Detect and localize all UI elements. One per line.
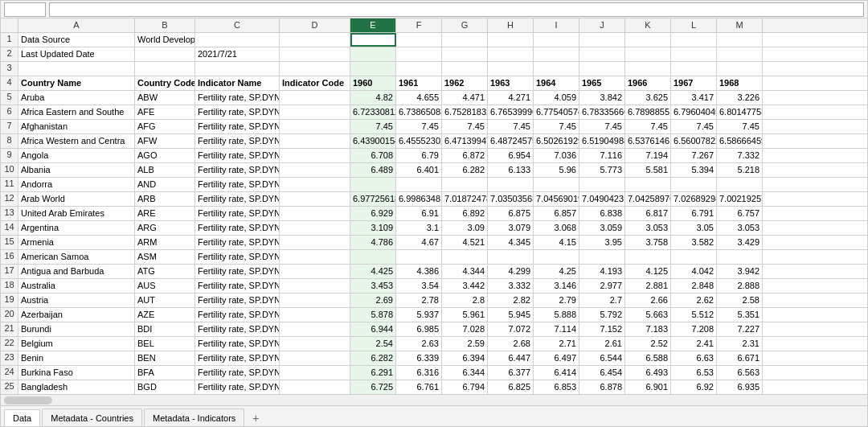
cell-g-18[interactable]: 3.442 bbox=[442, 279, 488, 293]
cell-f-15[interactable]: 4.67 bbox=[396, 236, 442, 249]
cell-h-12[interactable]: 7.03503563 bbox=[488, 192, 534, 206]
cell-k-20[interactable]: 5.663 bbox=[625, 308, 671, 322]
cell-c-14[interactable]: Fertility rate, SP.DYN.TFRT.I bbox=[195, 221, 280, 235]
col-header-a[interactable]: A bbox=[18, 18, 135, 32]
cell-l-17[interactable]: 4.042 bbox=[671, 265, 717, 278]
cell-h-9[interactable]: 6.954 bbox=[488, 149, 534, 162]
cell-k-11[interactable] bbox=[625, 178, 671, 191]
cell-h-3[interactable] bbox=[488, 62, 534, 76]
cell-e-3[interactable] bbox=[350, 62, 396, 76]
cell-h-11[interactable] bbox=[488, 178, 534, 191]
cell-a-12[interactable]: Arab World bbox=[18, 192, 135, 206]
cell-i-18[interactable]: 3.146 bbox=[534, 279, 579, 293]
cell-c-2[interactable]: 2021/7/21 bbox=[195, 47, 280, 61]
cell-d-5[interactable] bbox=[280, 91, 350, 105]
cell-m-21[interactable]: 7.227 bbox=[717, 322, 763, 336]
cell-g-1[interactable] bbox=[442, 33, 488, 47]
cell-k-5[interactable]: 3.625 bbox=[625, 91, 671, 105]
cell-b-4[interactable]: Country Code bbox=[135, 76, 195, 90]
h-scroll-thumb[interactable] bbox=[4, 396, 52, 404]
cell-f-9[interactable]: 6.79 bbox=[396, 149, 442, 162]
cell-d-2[interactable] bbox=[280, 47, 350, 61]
cell-g-4[interactable]: 1962 bbox=[442, 76, 488, 90]
cell-l-12[interactable]: 7.02689298 bbox=[671, 192, 717, 206]
cell-a-3[interactable] bbox=[18, 62, 135, 76]
cell-k-14[interactable]: 3.053 bbox=[625, 221, 671, 235]
cell-l-9[interactable]: 7.267 bbox=[671, 149, 717, 162]
cell-g-25[interactable]: 6.794 bbox=[442, 380, 488, 394]
cell-h-15[interactable]: 4.345 bbox=[488, 236, 534, 249]
cell-e-17[interactable]: 4.425 bbox=[350, 265, 396, 278]
cell-b-11[interactable]: AND bbox=[135, 178, 195, 191]
cell-a-6[interactable]: Africa Eastern and Southe bbox=[18, 105, 135, 119]
cell-e-12[interactable]: 6.97725618 bbox=[350, 192, 396, 206]
cell-b-8[interactable]: AFW bbox=[135, 134, 195, 148]
cell-i-20[interactable]: 5.888 bbox=[534, 308, 579, 322]
cell-k-3[interactable] bbox=[625, 62, 671, 76]
cell-a-15[interactable]: Armenia bbox=[18, 236, 135, 249]
cell-l-16[interactable] bbox=[671, 250, 717, 264]
horizontal-scrollbar[interactable] bbox=[1, 394, 867, 405]
cell-j-10[interactable]: 5.773 bbox=[579, 163, 625, 177]
cell-j-7[interactable]: 7.45 bbox=[579, 120, 625, 133]
cell-a-23[interactable]: Benin bbox=[18, 351, 135, 365]
cell-m-6[interactable]: 6.80147753 bbox=[717, 105, 763, 119]
cell-k-16[interactable] bbox=[625, 250, 671, 264]
cell-f-11[interactable] bbox=[396, 178, 442, 191]
cell-b-20[interactable]: AZE bbox=[135, 308, 195, 322]
cell-m-1[interactable] bbox=[717, 33, 763, 47]
cell-c-24[interactable]: Fertility rate, SP.DYN.TFRT.I bbox=[195, 366, 280, 380]
cell-f-20[interactable]: 5.937 bbox=[396, 308, 442, 322]
cell-d-4[interactable]: Indicator Code bbox=[280, 76, 350, 90]
cell-e-13[interactable]: 6.929 bbox=[350, 207, 396, 220]
cell-i-5[interactable]: 4.059 bbox=[534, 91, 579, 105]
cell-i-8[interactable]: 6.50261929 bbox=[534, 134, 579, 148]
cell-j-16[interactable] bbox=[579, 250, 625, 264]
cell-f-23[interactable]: 6.339 bbox=[396, 351, 442, 365]
cell-d-15[interactable] bbox=[280, 236, 350, 249]
cell-b-16[interactable]: ASM bbox=[135, 250, 195, 264]
cell-m-10[interactable]: 5.218 bbox=[717, 163, 763, 177]
cell-d-16[interactable] bbox=[280, 250, 350, 264]
cell-k-13[interactable]: 6.817 bbox=[625, 207, 671, 220]
cell-k-6[interactable]: 6.7898855 bbox=[625, 105, 671, 119]
cell-j-20[interactable]: 5.792 bbox=[579, 308, 625, 322]
cell-j-13[interactable]: 6.838 bbox=[579, 207, 625, 220]
cell-d-20[interactable] bbox=[280, 308, 350, 322]
cell-g-14[interactable]: 3.09 bbox=[442, 221, 488, 235]
cell-h-17[interactable]: 4.299 bbox=[488, 265, 534, 278]
cell-d-1[interactable] bbox=[280, 33, 350, 47]
cell-g-16[interactable] bbox=[442, 250, 488, 264]
cell-c-22[interactable]: Fertility rate, SP.DYN.TFRT.I bbox=[195, 337, 280, 351]
cell-k-10[interactable]: 5.581 bbox=[625, 163, 671, 177]
cell-j-25[interactable]: 6.878 bbox=[579, 380, 625, 394]
cell-l-20[interactable]: 5.512 bbox=[671, 308, 717, 322]
cell-k-15[interactable]: 3.758 bbox=[625, 236, 671, 249]
cell-h-25[interactable]: 6.825 bbox=[488, 380, 534, 394]
cell-d-19[interactable] bbox=[280, 294, 350, 307]
cell-f-10[interactable]: 6.401 bbox=[396, 163, 442, 177]
cell-m-9[interactable]: 7.332 bbox=[717, 149, 763, 162]
cell-i-22[interactable]: 2.71 bbox=[534, 337, 579, 351]
cell-a-22[interactable]: Belgium bbox=[18, 337, 135, 351]
cell-f-21[interactable]: 6.985 bbox=[396, 322, 442, 336]
cell-a-7[interactable]: Afghanistan bbox=[18, 120, 135, 133]
cell-f-17[interactable]: 4.386 bbox=[396, 265, 442, 278]
cell-a-25[interactable]: Bangladesh bbox=[18, 380, 135, 394]
cell-l-11[interactable] bbox=[671, 178, 717, 191]
cell-g-19[interactable]: 2.8 bbox=[442, 294, 488, 307]
cell-c-11[interactable]: Fertility rate, SP.DYN.TFRT.IN bbox=[195, 178, 280, 191]
cell-c-16[interactable]: Fertility rate, SP.DYN.TFRT.IN bbox=[195, 250, 280, 264]
cell-b-13[interactable]: ARE bbox=[135, 207, 195, 220]
cell-i-17[interactable]: 4.25 bbox=[534, 265, 579, 278]
cell-h-4[interactable]: 1963 bbox=[488, 76, 534, 90]
cell-f-24[interactable]: 6.316 bbox=[396, 366, 442, 380]
cell-i-10[interactable]: 5.96 bbox=[534, 163, 579, 177]
cell-h-23[interactable]: 6.447 bbox=[488, 351, 534, 365]
cell-f-12[interactable]: 6.99863481 bbox=[396, 192, 442, 206]
cell-l-6[interactable]: 6.79604045 bbox=[671, 105, 717, 119]
cell-c-21[interactable]: Fertility rate, SP.DYN.TFRT.I bbox=[195, 322, 280, 336]
col-header-h[interactable]: H bbox=[488, 18, 534, 32]
formula-bar[interactable] bbox=[49, 2, 864, 17]
cell-d-17[interactable] bbox=[280, 265, 350, 278]
